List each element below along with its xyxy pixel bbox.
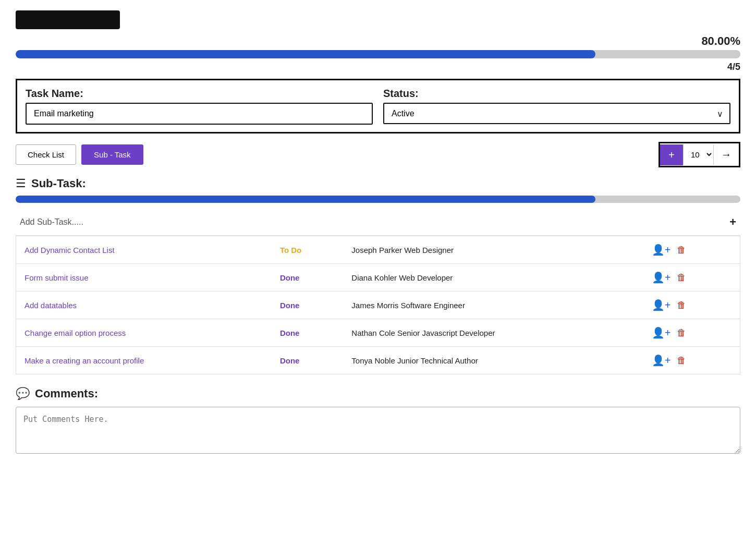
subtask-title: Sub-Task: (31, 177, 86, 190)
add-button[interactable]: + (660, 144, 683, 165)
task-name-group: Task Name: (26, 88, 373, 125)
add-user-icon[interactable]: 👤+ (652, 271, 671, 284)
checklist-button[interactable]: Check List (16, 144, 76, 165)
subtask-icon: ☰ (16, 177, 26, 190)
toolbar-row: Check List Sub - Task + 10 25 50 → (16, 142, 740, 167)
delete-icon[interactable]: 🗑 (677, 300, 686, 311)
main-progress-fill (16, 50, 595, 58)
fraction-row: 4/5 (16, 62, 740, 72)
subtask-status: Done (280, 329, 300, 337)
subtask-table: Add Dynamic Contact List To Do Joseph Pa… (16, 236, 740, 374)
subtask-link[interactable]: Add Dynamic Contact List (25, 246, 115, 254)
subtask-link[interactable]: Form submit issue (25, 273, 89, 282)
subtask-status: Done (280, 273, 300, 282)
action-icons: 👤+ 🗑 (652, 271, 731, 284)
per-page-select[interactable]: 10 25 50 (683, 144, 714, 165)
delete-icon[interactable]: 🗑 (677, 355, 686, 366)
subtask-subtitle-row: ☰ Sub-Task: (16, 177, 740, 190)
comments-section: 💬 Comments: (16, 387, 740, 456)
subtask-link[interactable]: Add datatables (25, 301, 77, 310)
subtask-status: Done (280, 356, 300, 365)
add-user-icon[interactable]: 👤+ (652, 354, 671, 367)
assignee-text: Diana Kohler Web Developer (351, 273, 453, 282)
assignee-text: Nathan Cole Senior Javascript Developer (351, 329, 495, 337)
toolbar-right: + 10 25 50 → (659, 142, 740, 167)
next-button[interactable]: → (714, 143, 739, 166)
assignee-text: Tonya Noble Junior Technical Author (351, 356, 478, 365)
status-label: Status: (383, 88, 730, 100)
add-subtask-plus[interactable]: + (729, 215, 736, 229)
add-user-icon[interactable]: 👤+ (652, 299, 671, 311)
task-name-input[interactable] (26, 103, 373, 125)
table-row: Change email option process Done Nathan … (16, 319, 740, 347)
fraction-label: 4/5 (727, 62, 740, 72)
progress-percent: 80.00% (16, 34, 740, 48)
comments-textarea[interactable] (16, 407, 740, 454)
subtask-link[interactable]: Make a creating an account profile (25, 356, 144, 365)
subtask-progress-bar (16, 196, 740, 203)
table-row: Add datatables Done James Morris Softwar… (16, 292, 740, 319)
toolbar-left: Check List Sub - Task (16, 144, 143, 165)
add-subtask-row[interactable]: Add Sub-Task..... + (16, 209, 740, 236)
main-progress-bar (16, 50, 740, 58)
table-row: Form submit issue Done Diana Kohler Web … (16, 264, 740, 292)
action-icons: 👤+ 🗑 (652, 326, 731, 339)
status-select-wrapper: Active Inactive Completed (383, 103, 730, 124)
comment-bubble-icon: 💬 (16, 387, 30, 400)
subtask-button[interactable]: Sub - Task (81, 144, 143, 165)
comments-header: 💬 Comments: (16, 387, 740, 400)
assignee-text: James Morris Software Engineer (351, 301, 465, 310)
header-bar (16, 10, 120, 29)
task-name-label: Task Name: (26, 88, 373, 100)
add-user-icon[interactable]: 👤+ (652, 326, 671, 339)
action-icons: 👤+ 🗑 (652, 244, 731, 256)
table-row: Make a creating an account profile Done … (16, 347, 740, 374)
action-icons: 👤+ 🗑 (652, 354, 731, 367)
subtask-progress-fill (16, 196, 595, 203)
delete-icon[interactable]: 🗑 (677, 272, 686, 283)
action-icons: 👤+ 🗑 (652, 299, 731, 311)
add-subtask-text: Add Sub-Task..... (20, 217, 83, 227)
status-group: Status: Active Inactive Completed (383, 88, 730, 125)
status-select[interactable]: Active Inactive Completed (383, 103, 730, 124)
subtask-link[interactable]: Change email option process (25, 329, 126, 337)
delete-icon[interactable]: 🗑 (677, 327, 686, 338)
assignee-text: Joseph Parker Web Designer (351, 246, 454, 254)
subtask-status: Done (280, 301, 300, 310)
percent-label: 80.00% (701, 34, 740, 47)
delete-icon[interactable]: 🗑 (677, 245, 686, 256)
subtask-status: To Do (280, 246, 301, 254)
task-form-row: Task Name: Status: Active Inactive Compl… (16, 79, 740, 134)
comments-title: Comments: (35, 387, 98, 400)
add-user-icon[interactable]: 👤+ (652, 244, 671, 256)
table-row: Add Dynamic Contact List To Do Joseph Pa… (16, 236, 740, 264)
